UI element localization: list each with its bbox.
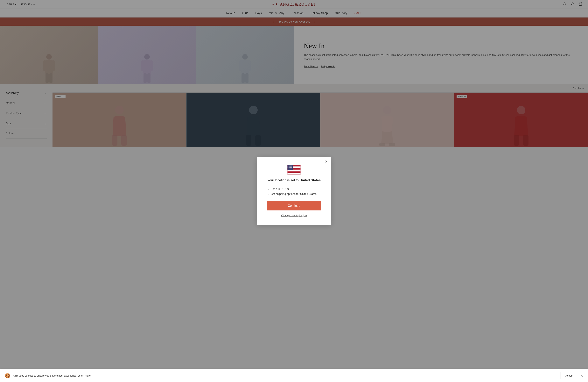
modal-overlay[interactable]: ✕ [0,0,588,147]
